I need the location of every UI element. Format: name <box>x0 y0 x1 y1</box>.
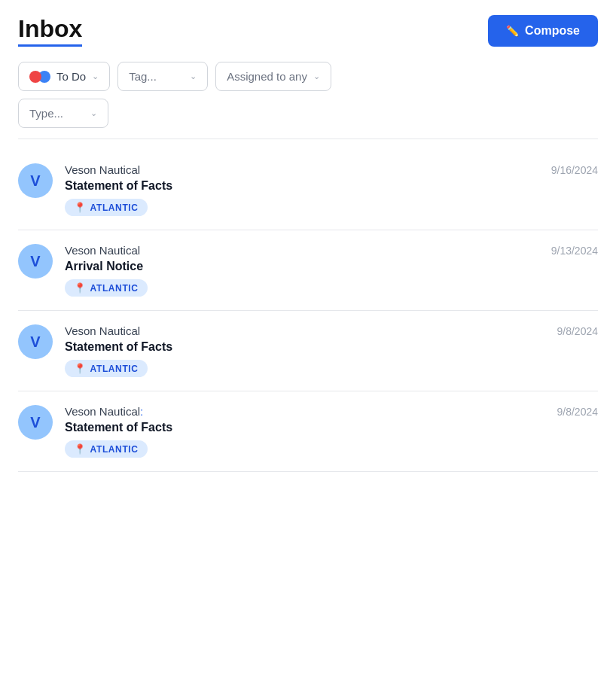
page-container: Inbox ✏️ Compose To Do ⌄ Tag... ⌄ Assign… <box>0 0 616 685</box>
list-item[interactable]: V Veson Nautical 9/13/2024 Arrival Notic… <box>18 230 598 311</box>
location-pin-icon: 📍 <box>74 363 87 374</box>
item-date: 9/8/2024 <box>557 406 599 418</box>
type-filter-label: Type... <box>29 107 63 120</box>
location-pin-icon: 📍 <box>74 202 87 213</box>
item-header: Veson Nautical: 9/8/2024 <box>65 405 598 418</box>
item-subject: Statement of Facts <box>65 421 598 434</box>
filters-row-2: Type... ⌄ <box>18 99 598 128</box>
item-header: Veson Nautical 9/16/2024 <box>65 163 598 176</box>
tag-label: ATLANTIC <box>90 283 139 294</box>
tag-badge: 📍 ATLANTIC <box>65 279 148 297</box>
circle-red-icon <box>29 71 41 83</box>
chevron-down-icon: ⌄ <box>190 72 197 81</box>
tag-badge: 📍 ATLANTIC <box>65 440 148 458</box>
sender-name: Veson Nautical: <box>65 405 143 418</box>
todo-filter-label: To Do <box>56 70 86 83</box>
item-date: 9/8/2024 <box>557 325 599 337</box>
avatar: V <box>18 244 53 279</box>
list-item[interactable]: V Veson Nautical: 9/8/2024 Statement of … <box>18 391 598 472</box>
pencil-icon: ✏️ <box>506 25 519 37</box>
tag-label: ATLANTIC <box>90 202 139 213</box>
tag-label: ATLANTIC <box>90 364 139 374</box>
item-content: Veson Nautical 9/16/2024 Statement of Fa… <box>65 163 598 216</box>
list-item[interactable]: V Veson Nautical 9/16/2024 Statement of … <box>18 150 598 230</box>
list-item[interactable]: V Veson Nautical 9/8/2024 Statement of F… <box>18 311 598 391</box>
item-subject: Statement of Facts <box>65 179 598 193</box>
tag-label: ATLANTIC <box>90 444 139 455</box>
type-filter[interactable]: Type... ⌄ <box>18 99 108 128</box>
divider <box>18 139 598 139</box>
location-pin-icon: 📍 <box>74 443 87 455</box>
header: Inbox ✏️ Compose <box>18 15 598 47</box>
todo-filter[interactable]: To Do ⌄ <box>18 62 110 91</box>
item-content: Veson Nautical: 9/8/2024 Statement of Fa… <box>65 405 598 458</box>
item-header: Veson Nautical 9/8/2024 <box>65 324 598 337</box>
item-date: 9/13/2024 <box>551 245 598 257</box>
compose-label: Compose <box>525 24 580 38</box>
assigned-filter[interactable]: Assigned to any ⌄ <box>215 62 331 91</box>
filters-row-1: To Do ⌄ Tag... ⌄ Assigned to any ⌄ <box>18 62 598 91</box>
avatar: V <box>18 324 53 359</box>
todo-icon <box>29 71 50 83</box>
sender-name: Veson Nautical <box>65 324 140 337</box>
sender-name: Veson Nautical <box>65 244 140 257</box>
chevron-down-icon: ⌄ <box>92 72 99 81</box>
item-subject: Arrival Notice <box>65 260 598 273</box>
tag-filter-label: Tag... <box>129 70 157 83</box>
item-date: 9/16/2024 <box>551 164 598 176</box>
inbox-list: V Veson Nautical 9/16/2024 Statement of … <box>18 150 598 472</box>
location-pin-icon: 📍 <box>74 282 87 294</box>
tag-badge: 📍 ATLANTIC <box>65 360 148 377</box>
tag-filter[interactable]: Tag... ⌄ <box>117 62 208 91</box>
avatar: V <box>18 405 53 440</box>
tag-badge: 📍 ATLANTIC <box>65 199 148 216</box>
item-header: Veson Nautical 9/13/2024 <box>65 244 598 257</box>
item-content: Veson Nautical 9/13/2024 Arrival Notice … <box>65 244 598 297</box>
chevron-down-icon: ⌄ <box>90 108 97 118</box>
page-title: Inbox <box>18 15 82 47</box>
compose-button[interactable]: ✏️ Compose <box>488 15 598 47</box>
item-content: Veson Nautical 9/8/2024 Statement of Fac… <box>65 324 598 377</box>
sender-name: Veson Nautical <box>65 163 140 176</box>
assigned-filter-label: Assigned to any <box>227 70 307 83</box>
avatar: V <box>18 163 53 198</box>
chevron-down-icon: ⌄ <box>313 72 320 81</box>
item-subject: Statement of Facts <box>65 340 598 354</box>
